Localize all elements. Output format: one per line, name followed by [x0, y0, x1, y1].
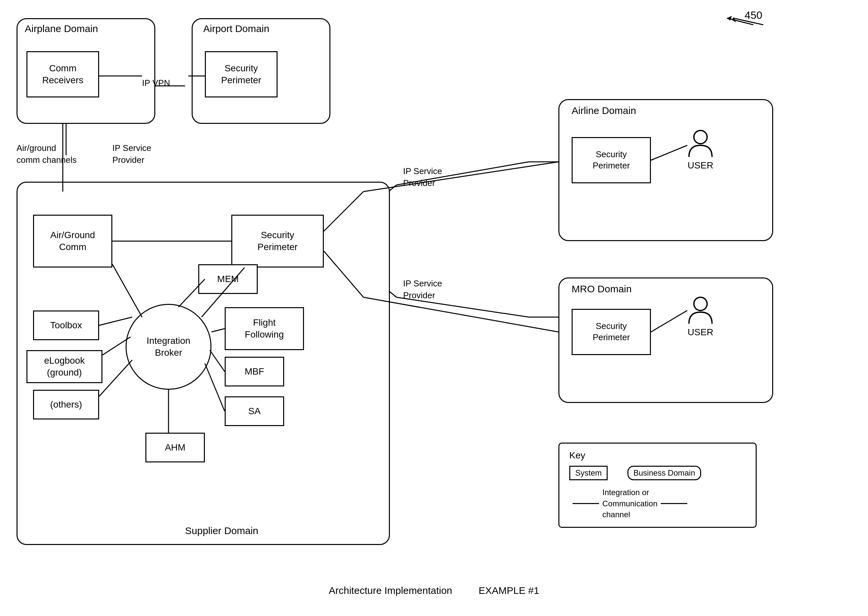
key-line-row: Integration orCommunicationchannel [569, 487, 746, 520]
sa-box: SA [225, 396, 284, 426]
air-ground-comm-box: Air/GroundComm [33, 215, 112, 267]
key-domain-box: Business Domain [627, 466, 701, 480]
airline-user-label: USER [687, 160, 713, 171]
ip-service-provider-label-2: IP ServiceProvider [403, 165, 442, 189]
mro-user-icon: USER [687, 295, 714, 338]
ip-service-provider-label-3: IP ServiceProvider [403, 277, 442, 302]
key-line-symbol-2 [661, 503, 687, 504]
mro-security-perimeter-box: SecurityPerimeter [572, 309, 651, 355]
supplier-security-perimeter-box: SecurityPerimeter [231, 215, 324, 267]
integration-broker-circle: IntegrationBroker [126, 304, 211, 390]
airport-security-perimeter-box: SecurityPerimeter [205, 51, 278, 97]
toolbox-box: Toolbox [33, 311, 99, 340]
key-integration-label: Integration orCommunicationchannel [602, 487, 657, 520]
mro-user-label: USER [687, 327, 713, 338]
svg-point-26 [694, 130, 707, 144]
caption-right: EXAMPLE #1 [479, 585, 539, 596]
ref-number: 450 [745, 9, 762, 22]
svg-line-35 [363, 297, 558, 332]
ip-vpn-label: IP VPN [142, 78, 170, 89]
svg-marker-25 [727, 16, 732, 20]
elogbook-box: eLogbook(ground) [27, 350, 102, 383]
airport-domain-label: Airport Domain [203, 23, 269, 35]
key-container: Key System Business Domain Integration o… [558, 443, 756, 528]
comm-receivers-box: CommReceivers [27, 51, 99, 97]
mbf-box: MBF [225, 357, 284, 387]
ahm-box: AHM [145, 433, 205, 462]
airline-user-icon: USER [687, 129, 714, 171]
key-system-box: System [569, 466, 608, 480]
svg-point-27 [694, 297, 707, 311]
flight-following-box: FlightFollowing [225, 307, 304, 350]
key-line-symbol [572, 503, 599, 504]
airline-security-perimeter-box: SecurityPerimeter [572, 137, 651, 183]
airline-domain-label: Airline Domain [572, 105, 636, 116]
air-ground-channels-label: Air/groundcomm channels [17, 142, 77, 166]
supplier-domain-label: Supplier Domain [185, 525, 258, 536]
caption-left: Architecture Implementation [329, 585, 452, 596]
key-title: Key [569, 450, 746, 461]
mro-domain-label: MRO Domain [572, 283, 632, 295]
diagram-container: 450 Airplane Domain CommReceivers IP VPN… [0, 0, 868, 616]
mem-box: MEM [198, 264, 258, 294]
airplane-domain-label: Airplane Domain [25, 23, 98, 35]
ip-service-provider-label-1: IP ServiceProvider [112, 142, 151, 166]
bottom-caption: Architecture Implementation EXAMPLE #1 [329, 585, 539, 596]
svg-line-33 [363, 162, 558, 192]
svg-marker-49 [732, 17, 736, 22]
others-box: (others) [33, 390, 99, 420]
